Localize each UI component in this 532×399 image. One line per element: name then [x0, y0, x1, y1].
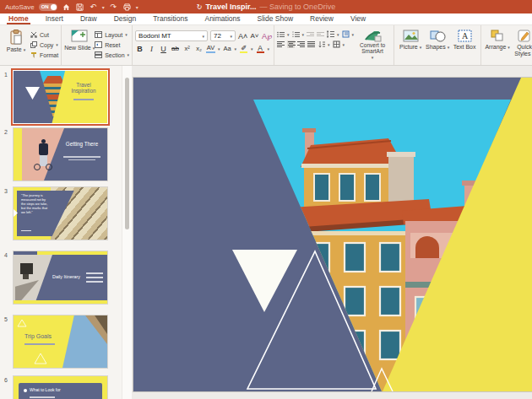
tab-review[interactable]: Review — [301, 13, 342, 24]
slide-3-preview[interactable]: "The journey is measured not by the step… — [14, 187, 107, 240]
tab-design[interactable]: Design — [106, 13, 144, 24]
ribbon-group-paragraph: ▾ ▾ ▾ ▾ ▾ — [274, 25, 394, 65]
slide5-triangle-outline — [17, 319, 27, 327]
slide2-title: Getting There — [60, 141, 104, 147]
tab-slideshow[interactable]: Slide Show — [249, 13, 302, 24]
reset-button[interactable]: Reset — [95, 40, 129, 49]
section-button[interactable]: Section ▾ — [95, 51, 129, 59]
line-spacing-icon[interactable] — [327, 30, 334, 38]
ribbon-group-clipboard: Paste ▾ Cut Copy ▾ Format — [0, 25, 61, 65]
ribbon-group-arrange: Arrange ▾ Quick Styles ▾ Shape Fill Shap… — [480, 25, 532, 65]
bullets-icon[interactable] — [277, 30, 285, 38]
slide5-subtitle-line — [24, 343, 55, 345]
quick-styles-button[interactable]: Quick Styles ▾ — [511, 28, 532, 57]
slide4-title: Daily Itinerary — [52, 274, 83, 279]
font-color-button[interactable]: A — [256, 44, 265, 53]
tab-transitions[interactable]: Transitions — [144, 13, 196, 24]
slide6-body-line — [30, 396, 55, 398]
layout-icon — [95, 31, 102, 39]
thumbnail-scrollbar-thumb[interactable] — [125, 78, 129, 229]
slide2-bicycle-wheel — [46, 164, 52, 170]
shapes-button[interactable]: Shapes ▾ — [424, 28, 451, 51]
slide1-title: Travel Inspiration — [64, 82, 103, 94]
arrange-button[interactable]: Arrange ▾ — [484, 28, 511, 51]
text-highlight-button[interactable]: ✐ — [239, 44, 248, 53]
text-direction-icon[interactable] — [342, 30, 350, 38]
slide-1-preview[interactable]: Travel Inspiration — [14, 71, 107, 123]
slide-artwork — [133, 78, 532, 391]
picture-button[interactable]: Picture ▾ — [397, 28, 424, 51]
slide4-yellow-top — [37, 251, 107, 255]
current-slide[interactable] — [133, 78, 532, 391]
decrease-font-size-button[interactable]: A˅ — [250, 32, 259, 40]
slide-4-preview[interactable]: Daily Itinerary — [14, 251, 107, 304]
autosave-state: ON — [41, 4, 49, 9]
align-left-icon[interactable] — [277, 41, 285, 47]
superscript-button[interactable]: x² — [182, 45, 192, 52]
decrease-indent-icon[interactable] — [307, 32, 314, 36]
thumbnail-scrollbar[interactable] — [122, 66, 132, 399]
new-slide-button[interactable]: New Slide ▾ — [64, 28, 95, 51]
slide3-attribution-line — [21, 230, 31, 232]
slide-6-preview[interactable]: What to Look for — [14, 376, 107, 399]
font-name-value: Bodoni MT — [138, 32, 171, 40]
copy-button[interactable]: Copy ▾ — [30, 40, 58, 49]
print-icon[interactable] — [122, 3, 132, 12]
save-status: — Saving to OneDrive — [260, 3, 336, 11]
undo-dropdown-icon[interactable]: ▾ — [102, 4, 105, 10]
format-painter-button[interactable]: Format — [30, 51, 58, 59]
numbering-icon[interactable] — [292, 30, 300, 38]
clear-formatting-button[interactable]: A℘ — [262, 32, 271, 40]
font-size-select[interactable]: 72▾ — [210, 30, 236, 41]
font-name-select[interactable]: Bodoni MT▾ — [135, 30, 208, 41]
strikethrough-button[interactable]: ab — [171, 45, 180, 52]
increase-font-size-button[interactable]: A˄ — [238, 32, 247, 40]
slide4-bullet-line — [86, 281, 103, 283]
character-spacing-button[interactable]: AV — [206, 44, 215, 53]
ribbon-group-insert: Picture ▾ Shapes ▾ A Text Box — [394, 25, 480, 65]
redo-icon[interactable]: ↷ — [109, 3, 118, 12]
sort-icon[interactable] — [318, 40, 325, 48]
slide-5-preview[interactable]: Trip Goals — [14, 315, 107, 368]
bold-button[interactable]: B — [135, 45, 144, 53]
subscript-button[interactable]: x₂ — [194, 45, 204, 52]
section-icon — [95, 51, 102, 59]
autosave-toggle[interactable]: ON — [39, 3, 57, 11]
arrange-icon — [491, 30, 505, 42]
slide-number: 3 — [4, 188, 8, 194]
undo-icon[interactable]: ↶ — [89, 3, 98, 12]
autosave-toggle-knob — [51, 4, 57, 10]
text-box-button[interactable]: A Text Box — [451, 28, 478, 51]
italic-button[interactable]: I — [147, 45, 156, 53]
align-objects-icon[interactable] — [333, 40, 340, 48]
underline-button[interactable]: U — [159, 45, 168, 53]
slide-2-preview[interactable]: Getting There — [14, 128, 107, 181]
slide2-bicycle-wheel — [34, 164, 41, 170]
tab-view[interactable]: View — [342, 13, 374, 24]
slide4-bullet-line — [86, 277, 103, 278]
tab-home[interactable]: Home — [0, 13, 37, 24]
align-center-icon[interactable] — [287, 40, 295, 48]
quick-styles-icon — [518, 30, 532, 42]
slide-editor-canvas[interactable] — [132, 66, 532, 399]
toolbar-overflow-icon[interactable]: ▾ — [136, 4, 138, 10]
save-icon[interactable] — [75, 3, 84, 12]
cut-button[interactable]: Cut — [30, 30, 58, 39]
convert-smartart-button[interactable]: Convert to SmartArt ▾ — [354, 28, 391, 60]
slide4-yellow-bottom — [14, 300, 107, 304]
tab-animations[interactable]: Animations — [196, 13, 248, 24]
tab-insert[interactable]: Insert — [37, 13, 72, 24]
home-icon[interactable] — [62, 3, 71, 12]
slide2-figure-body — [39, 143, 48, 155]
title-bar: AutoSave ON ↶ ▾ ↷ ▾ ↻ Travel Inspir... —… — [0, 0, 532, 13]
tab-draw[interactable]: Draw — [72, 13, 106, 24]
slide5-title: Trip Goals — [24, 333, 52, 339]
paste-button[interactable]: Paste ▾ — [3, 28, 30, 53]
layout-button[interactable]: Layout ▾ — [95, 30, 129, 39]
justify-icon[interactable] — [307, 41, 315, 47]
align-right-icon[interactable] — [297, 41, 305, 47]
change-case-button[interactable]: Aa — [223, 45, 232, 52]
smartart-icon — [363, 30, 382, 42]
increase-indent-icon[interactable] — [317, 32, 324, 36]
slide-number: 5 — [4, 316, 8, 322]
